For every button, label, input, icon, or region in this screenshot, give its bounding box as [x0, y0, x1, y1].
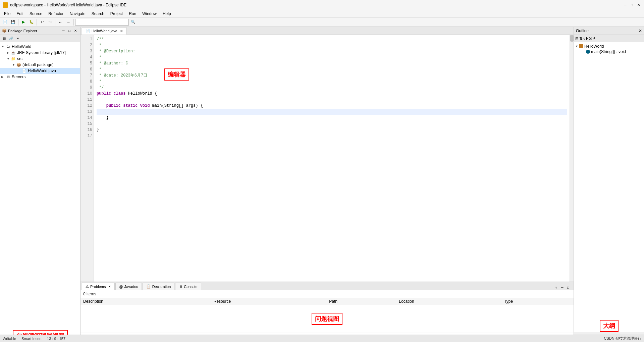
problems-table: Description Resource Path Location Type	[80, 298, 574, 333]
right-annotation-area: 大纲	[574, 320, 644, 332]
outline-hide-fields-button[interactable]: F	[586, 36, 588, 41]
bottom-minimize-button[interactable]: ─	[559, 285, 565, 290]
col-location: Location	[396, 298, 501, 305]
close-button[interactable]: ✕	[636, 2, 641, 8]
menu-edit[interactable]: Edit	[14, 11, 26, 17]
panel-close-button[interactable]: ✕	[73, 28, 78, 34]
line-numbers: 12345 678910 1112131415 1617	[80, 35, 94, 282]
editor-scrollbar[interactable]	[570, 35, 574, 282]
status-insert-mode: Smart Insert	[21, 337, 42, 341]
package-toolbar: ⊟ 🔗 ▾	[0, 35, 80, 42]
menu-source[interactable]: Source	[27, 11, 45, 17]
editor-tab-helloworld[interactable]: 📄 HelloWorld.java ✕	[82, 27, 126, 35]
outline-annotation-box: 大纲	[600, 320, 619, 332]
expand-arrow: ▼	[7, 57, 11, 60]
toolbar-separator-3	[55, 19, 55, 26]
editor-annotation-box: 编辑器	[164, 68, 189, 81]
menu-search[interactable]: Search	[89, 11, 107, 17]
editor-panel: 📄 HelloWorld.java ✕ 12345 678910 1112131…	[80, 27, 574, 282]
editor-annotation-area: 编辑器	[164, 68, 189, 81]
outline-sort-button[interactable]: ⇅	[579, 36, 583, 41]
minimize-button[interactable]: ─	[623, 2, 628, 8]
code-line-10: public class HelloWorld {	[97, 91, 567, 97]
toolbar-search-input[interactable]	[75, 19, 129, 26]
package-explorer-label: Package Explorer	[8, 29, 37, 33]
scroll-thumb[interactable]	[570, 35, 574, 42]
expand-arrow: ▶	[1, 75, 5, 79]
tab-javadoc[interactable]: @ Javadoc	[115, 283, 142, 290]
run-button[interactable]: ▶	[20, 18, 27, 26]
status-brand: CSDN @技术管理修行	[604, 336, 641, 341]
filter-button[interactable]: ▿	[553, 285, 559, 290]
view-menu-button[interactable]: ▾	[15, 36, 21, 42]
table-header-row: Description Resource Path Location Type	[80, 298, 574, 305]
problems-tab-close[interactable]: ✕	[108, 285, 111, 288]
tab-declaration[interactable]: 📋 Declaration	[143, 283, 175, 290]
menu-run[interactable]: Run	[126, 11, 139, 17]
menu-window[interactable]: Window	[140, 11, 159, 17]
package-explorer-panel: 📦 Package Explorer ─ □ ✕ ⊟ 🔗 ▾ ▼ 🗂 Hello…	[0, 27, 80, 342]
panel-minimize-button[interactable]: ─	[61, 28, 66, 34]
src-icon: 📁	[11, 56, 16, 61]
package-label: (default package)	[22, 62, 54, 67]
tab-console[interactable]: 🖥 Console	[175, 283, 201, 290]
class-icon	[579, 44, 583, 48]
menu-project[interactable]: Project	[108, 11, 125, 17]
outline-tree: ▼ HelloWorld main(String[]) : void	[574, 42, 644, 306]
code-line-13	[97, 109, 567, 115]
menu-file[interactable]: File	[1, 11, 13, 17]
outline-toolbar: ⊟ ⇅ ▿ F S P	[574, 35, 644, 42]
redo-button[interactable]: ↪	[46, 18, 54, 26]
outline-collapse-button[interactable]: ⊟	[575, 36, 579, 41]
menu-help[interactable]: Help	[160, 11, 174, 17]
bottom-maximize-button[interactable]: □	[566, 285, 571, 290]
window-controls[interactable]: ─ □ ✕	[623, 2, 641, 8]
tree-item-helloworld[interactable]: ▼ 🗂 HelloWorld	[0, 44, 80, 50]
col-resource: Resource	[211, 298, 326, 305]
title-left: eclipse-workspace - HelloWorld/src/Hello…	[3, 2, 126, 8]
new-button[interactable]: 📄	[1, 18, 9, 26]
status-writable: Writable	[3, 337, 16, 341]
src-label: src	[17, 56, 22, 61]
tree-item-src[interactable]: ▼ 📁 src	[0, 56, 80, 62]
tab-problems[interactable]: ⚠ Problems ✕	[82, 283, 115, 290]
outline-class-item[interactable]: ▼ HelloWorld	[574, 44, 644, 49]
toolbar: 📄 💾 ▶ 🐛 ↩ ↪ ← → 🔍	[0, 17, 644, 27]
outline-filter-button[interactable]: ▿	[583, 36, 585, 41]
tree-item-jre[interactable]: ▶ ☕ JRE System Library [jdk17]	[0, 50, 80, 56]
declaration-label: Declaration	[152, 285, 171, 289]
back-button[interactable]: ←	[57, 18, 64, 26]
titlebar: eclipse-workspace - HelloWorld/src/Hello…	[0, 0, 644, 10]
tree-item-helloworld-java[interactable]: 📄 HelloWorld.java	[0, 68, 80, 74]
outline-close-button[interactable]: ✕	[639, 29, 642, 33]
tree-item-default-package[interactable]: ▼ 📦 (default package)	[0, 62, 80, 68]
bottom-panel: ⚠ Problems ✕ @ Javadoc 📋 Declaration	[80, 282, 574, 342]
search-button[interactable]: 🔍	[129, 18, 137, 26]
class-expand-arrow: ▼	[575, 45, 579, 48]
bottom-tabs-left: ⚠ Problems ✕ @ Javadoc 📋 Declaration	[82, 283, 202, 290]
package-icon: 📦	[16, 62, 21, 67]
method-icon	[586, 50, 590, 54]
forward-button[interactable]: →	[65, 18, 72, 26]
undo-button[interactable]: ↩	[38, 18, 46, 26]
tab-close-button[interactable]: ✕	[120, 29, 123, 33]
java-file-label: HelloWorld.java	[28, 68, 56, 73]
save-button[interactable]: 💾	[9, 18, 17, 26]
outline-hide-nonpublic-button[interactable]: P	[592, 36, 595, 41]
outline-hide-static-button[interactable]: S	[589, 36, 592, 41]
tree-item-servers[interactable]: ▶ 🖥 Servers	[0, 74, 80, 80]
jre-label: JRE System Library [jdk17]	[17, 50, 66, 55]
outline-header: Outline ✕	[574, 27, 644, 35]
panel-maximize-button[interactable]: □	[67, 28, 72, 34]
maximize-button[interactable]: □	[629, 2, 635, 8]
collapse-all-button[interactable]: ⊟	[1, 36, 7, 42]
editor-and-bottom: 📄 HelloWorld.java ✕ 12345 678910 1112131…	[80, 27, 574, 342]
menu-refactor[interactable]: Refactor	[46, 11, 66, 17]
status-left: Writable Smart Insert 13 : 9 : 157	[3, 337, 65, 341]
menu-navigate[interactable]: Navigate	[67, 11, 88, 17]
outline-method-item[interactable]: main(String[]) : void	[574, 49, 644, 54]
debug-button[interactable]: 🐛	[28, 18, 35, 26]
outline-actions: ✕	[639, 29, 642, 33]
link-editor-button[interactable]: 🔗	[8, 36, 14, 42]
class-label: HelloWorld	[584, 44, 604, 49]
